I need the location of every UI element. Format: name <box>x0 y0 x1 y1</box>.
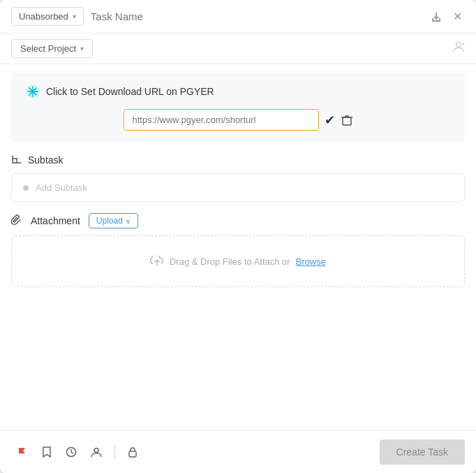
assign-user-icon[interactable] <box>452 41 465 57</box>
create-task-label: Create Task <box>396 446 448 458</box>
status-dropdown[interactable]: Unabsorbed ▾ <box>11 7 84 26</box>
svg-point-1 <box>456 43 461 48</box>
modal-footer: Create Task <box>0 430 476 473</box>
attachment-header: Attachment Upload ∨ <box>11 213 465 228</box>
select-project-label: Select Project <box>20 43 76 54</box>
modal-body: Click to Set Download URL on PGYER ✔ <box>0 64 476 430</box>
add-subtask-button[interactable]: Add Subtask <box>11 173 465 202</box>
lock-icon <box>128 446 137 458</box>
attachment-label: Attachment <box>31 215 80 226</box>
pgyer-url-row: ✔ <box>25 109 451 131</box>
subtask-icon <box>11 153 22 166</box>
flag-icon <box>17 446 28 458</box>
select-project-dropdown[interactable]: Select Project ▾ <box>11 39 93 58</box>
status-chevron-icon: ▾ <box>73 13 76 20</box>
task-name-input[interactable] <box>91 10 421 22</box>
subtask-section-label: Subtask <box>11 153 465 166</box>
pgyer-delete-button[interactable] <box>341 114 353 126</box>
drop-text: Drag & Drop Files to Attach or <box>170 256 290 267</box>
user-icon <box>91 446 102 458</box>
flag-button[interactable] <box>11 442 34 462</box>
trash-icon <box>341 114 353 126</box>
footer-divider <box>114 445 115 459</box>
clock-button[interactable] <box>60 442 82 462</box>
pgyer-icon <box>25 84 40 99</box>
status-label: Unabsorbed <box>19 11 68 22</box>
upload-label: Upload <box>96 216 123 226</box>
pgyer-section: Click to Set Download URL on PGYER ✔ <box>11 73 465 142</box>
lock-button[interactable] <box>122 442 143 462</box>
svg-rect-17 <box>129 451 136 457</box>
add-subtask-label: Add Subtask <box>36 182 87 193</box>
download-icon-button[interactable] <box>428 8 445 25</box>
create-task-button[interactable]: Create Task <box>380 439 465 465</box>
close-icon: ✕ <box>453 10 462 23</box>
upload-chevron-icon: ∨ <box>126 217 131 225</box>
bookmark-button[interactable] <box>36 442 57 462</box>
browse-link[interactable]: Browse <box>296 256 326 267</box>
cloud-upload-icon <box>150 256 164 267</box>
project-chevron-icon: ▾ <box>80 45 84 52</box>
close-button[interactable]: ✕ <box>450 7 465 26</box>
drop-zone[interactable]: Drag & Drop Files to Attach or Browse <box>11 235 465 287</box>
pgyer-title: Click to Set Download URL on PGYER <box>25 84 451 99</box>
attachment-icon <box>11 214 22 228</box>
subtask-label: Subtask <box>28 154 64 166</box>
header-actions: ✕ <box>428 7 465 26</box>
footer-actions <box>11 442 143 462</box>
svg-point-16 <box>94 449 98 453</box>
pgyer-url-input[interactable] <box>124 109 319 131</box>
pgyer-title-text: Click to Set Download URL on PGYER <box>46 86 214 97</box>
sub-header: Select Project ▾ <box>0 34 476 64</box>
user-button[interactable] <box>85 442 107 462</box>
clock-icon <box>66 446 77 458</box>
upload-button[interactable]: Upload ∨ <box>89 213 138 228</box>
modal-header: Unabsorbed ▾ ✕ <box>0 0 476 34</box>
subtask-dot <box>23 185 29 191</box>
download-icon <box>431 11 442 22</box>
pgyer-confirm-icon[interactable]: ✔ <box>325 112 335 128</box>
svg-rect-10 <box>343 117 351 125</box>
task-modal: Unabsorbed ▾ ✕ Select Project ▾ <box>0 0 476 473</box>
bookmark-icon <box>42 446 52 458</box>
